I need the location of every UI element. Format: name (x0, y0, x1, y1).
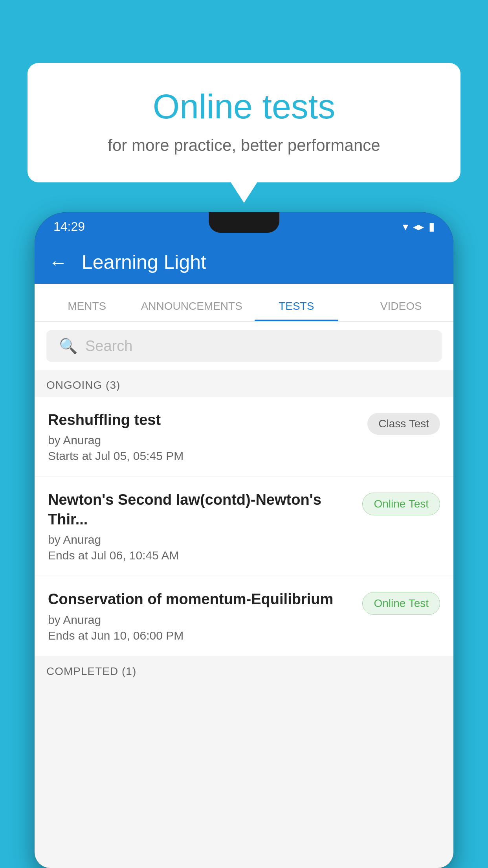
test-name: Newton's Second law(contd)-Newton's Thir… (48, 490, 354, 529)
date-value: Jun 10, 06:00 PM (91, 629, 183, 642)
app-title: Learning Light (82, 251, 206, 274)
speech-bubble: Online tests for more practice, better p… (28, 63, 460, 182)
test-badge: Class Test (367, 413, 440, 435)
search-placeholder: Search (85, 338, 132, 355)
back-button[interactable]: ← (49, 252, 68, 273)
test-badge: Online Test (362, 592, 440, 615)
ongoing-section-header: ONGOING (3) (35, 370, 453, 397)
status-time: 14:29 (53, 219, 85, 234)
test-item[interactable]: Reshuffling test by Anurag Starts at Jul… (35, 397, 453, 476)
search-input[interactable]: 🔍 Search (46, 330, 442, 362)
test-badge: Online Test (362, 493, 440, 515)
test-info: Conservation of momentum-Equilibrium by … (48, 590, 362, 642)
status-icons: ▾ ◂▸ ▮ (403, 220, 435, 233)
date-label: Ends at (48, 629, 88, 642)
date-value: Jul 06, 10:45 AM (91, 549, 179, 562)
search-icon: 🔍 (59, 337, 77, 355)
test-date: Starts at Jul 05, 05:45 PM (48, 449, 360, 463)
phone-frame: 14:29 ▾ ◂▸ ▮ ← Learning Light MENTS ANNO… (35, 212, 453, 868)
test-author: by Anurag (48, 533, 354, 546)
wifi-icon: ▾ (403, 220, 408, 233)
tab-bar: MENTS ANNOUNCEMENTS TESTS VIDEOS (35, 284, 453, 322)
tab-videos[interactable]: VIDEOS (349, 300, 454, 321)
test-info: Reshuffling test by Anurag Starts at Jul… (48, 410, 367, 463)
tab-ments[interactable]: MENTS (35, 300, 139, 321)
test-item[interactable]: Newton's Second law(contd)-Newton's Thir… (35, 477, 453, 576)
completed-section-header: COMPLETED (1) (35, 657, 453, 683)
app-bar: ← Learning Light (35, 241, 453, 284)
bubble-title: Online tests (59, 86, 429, 127)
date-label: Starts at (48, 449, 92, 462)
search-bar: 🔍 Search (35, 322, 453, 370)
signal-icon: ◂▸ (413, 220, 424, 233)
test-author: by Anurag (48, 434, 360, 447)
test-item[interactable]: Conservation of momentum-Equilibrium by … (35, 576, 453, 655)
test-date: Ends at Jul 06, 10:45 AM (48, 549, 354, 562)
test-date: Ends at Jun 10, 06:00 PM (48, 629, 354, 642)
bubble-subtitle: for more practice, better performance (59, 136, 429, 155)
test-info: Newton's Second law(contd)-Newton's Thir… (48, 490, 362, 562)
tab-announcements[interactable]: ANNOUNCEMENTS (139, 300, 244, 321)
battery-icon: ▮ (429, 220, 435, 233)
tab-tests[interactable]: TESTS (244, 300, 349, 321)
phone-notch (209, 212, 279, 233)
date-label: Ends at (48, 549, 88, 562)
test-author: by Anurag (48, 613, 354, 627)
test-name: Reshuffling test (48, 410, 360, 430)
phone-content: 🔍 Search ONGOING (3) Reshuffling test by… (35, 322, 453, 868)
date-value: Jul 05, 05:45 PM (95, 449, 183, 462)
test-name: Conservation of momentum-Equilibrium (48, 590, 354, 609)
